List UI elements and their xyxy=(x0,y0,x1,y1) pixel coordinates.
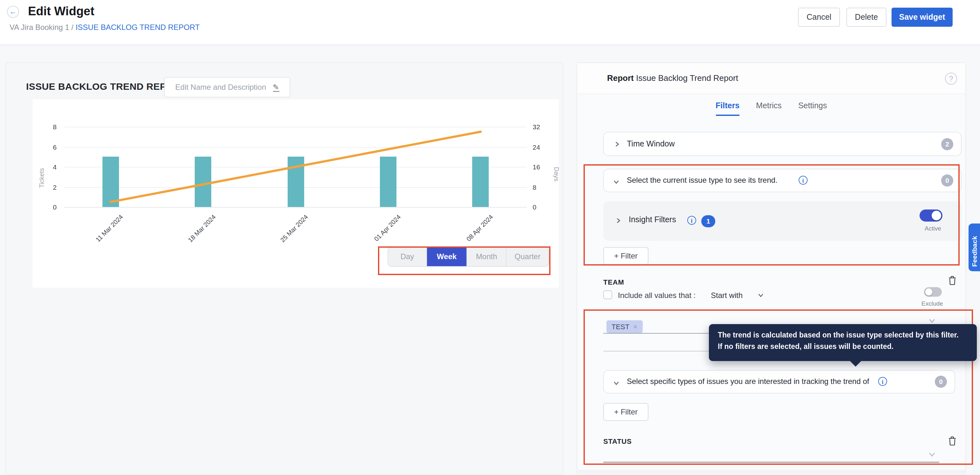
tooltip-line-1: The trend is calculated based on the iss… xyxy=(718,330,968,341)
top-header: ← Edit Widget VA Jira Booking 1 / ISSUE … xyxy=(0,0,980,45)
insight-filters-badge: 1 xyxy=(701,215,715,227)
close-icon[interactable]: × xyxy=(633,323,637,330)
exclude-toggle[interactable] xyxy=(924,287,942,297)
chevron-right-icon xyxy=(615,217,622,224)
panel-footer xyxy=(578,470,966,474)
edit-widget-page: ← Edit Widget VA Jira Booking 1 / ISSUE … xyxy=(0,0,980,475)
pencil-icon: ✎ xyxy=(273,83,279,92)
time-window-badge: 2 xyxy=(941,138,953,150)
insight-filters-label: Insight Filters xyxy=(629,215,676,224)
include-all-values-checkbox[interactable] xyxy=(603,290,612,299)
tab-filters[interactable]: Filters xyxy=(716,101,740,116)
add-filter-button[interactable]: + Filter xyxy=(603,403,649,421)
include-values-label: Include all values that : xyxy=(618,291,695,300)
edit-name-description-button[interactable]: Edit Name and Description ✎ xyxy=(164,77,290,97)
active-toggle-label: Active xyxy=(924,225,941,232)
tooltip-line-2: If no filters are selected, all issues w… xyxy=(718,341,968,353)
screen: ← Edit Widget VA Jira Booking 1 / ISSUE … xyxy=(0,0,980,475)
info-icon[interactable]: i xyxy=(799,176,808,185)
info-icon[interactable]: i xyxy=(687,216,696,225)
chevron-right-icon xyxy=(614,141,620,148)
status-select-underline[interactable] xyxy=(603,462,939,463)
chevron-down-icon[interactable] xyxy=(757,292,764,299)
active-toggle[interactable] xyxy=(920,209,942,222)
report-title: Report Issue Backlog Trend Report xyxy=(607,73,738,83)
back-arrow-icon: ← xyxy=(10,8,16,15)
toggle-knob xyxy=(932,211,941,220)
chevron-down-icon[interactable] xyxy=(928,450,936,459)
back-button[interactable]: ← xyxy=(7,6,19,18)
breadcrumb-parent: VA Jira Booking 1 / xyxy=(10,23,76,32)
report-tabs: Filters Metrics Settings xyxy=(577,101,966,116)
operator-select[interactable]: Start with xyxy=(711,291,743,300)
breadcrumb-current[interactable]: ISSUE BACKLOG TREND REPORT xyxy=(76,23,200,32)
report-config-panel: Report Issue Backlog Trend Report ? Filt… xyxy=(576,62,966,475)
save-widget-button[interactable]: Save widget xyxy=(891,8,953,27)
status-field-label: STATUS xyxy=(603,437,632,445)
trend-line xyxy=(32,99,559,288)
time-window-section[interactable]: Time Window 2 xyxy=(603,132,961,156)
tab-settings[interactable]: Settings xyxy=(798,101,827,116)
feedback-tab[interactable]: Feedback xyxy=(969,223,980,271)
trash-icon[interactable] xyxy=(948,436,956,446)
issue-type-badge: 0 xyxy=(941,174,953,186)
cancel-button[interactable]: Cancel xyxy=(798,8,840,27)
issue-type-label: Select the current issue type to see its… xyxy=(627,176,778,185)
delete-button[interactable]: Delete xyxy=(846,8,886,27)
breadcrumb: VA Jira Booking 1 / ISSUE BACKLOG TREND … xyxy=(10,23,200,32)
team-value-chip[interactable]: TEST× xyxy=(606,320,643,333)
time-window-label: Time Window xyxy=(627,139,675,148)
info-icon[interactable]: i xyxy=(878,377,887,386)
add-filter-button[interactable]: + Filter xyxy=(603,247,649,265)
specific-types-section[interactable]: Select specific types of issues you are … xyxy=(603,370,955,394)
page-title: Edit Widget xyxy=(28,5,94,19)
team-field-label: TEAM xyxy=(603,278,624,286)
filter-tooltip: The trend is calculated based on the iss… xyxy=(709,324,977,361)
widget-preview-card: ISSUE BACKLOG TREND REPORT Edit Name and… xyxy=(5,62,563,475)
issue-type-section[interactable]: Select the current issue type to see its… xyxy=(603,169,961,192)
toggle-knob xyxy=(925,289,932,295)
chevron-down-icon xyxy=(613,178,620,185)
trash-icon[interactable] xyxy=(948,276,956,285)
insight-filters-card[interactable]: Insight Filters i 1 Active xyxy=(603,201,961,241)
widget-title: ISSUE BACKLOG TREND REPORT xyxy=(26,81,187,92)
chevron-down-icon[interactable] xyxy=(928,316,936,325)
specific-types-badge: 0 xyxy=(935,376,947,388)
specific-types-label: Select specific types of issues you are … xyxy=(627,377,869,386)
tab-metrics[interactable]: Metrics xyxy=(756,101,782,116)
trend-chart: Tickets Days 002841662483211 Mar 202418 … xyxy=(32,99,559,288)
chevron-down-icon xyxy=(613,379,620,386)
exclude-toggle-label: Exclude xyxy=(921,300,943,307)
help-icon[interactable]: ? xyxy=(945,73,957,84)
